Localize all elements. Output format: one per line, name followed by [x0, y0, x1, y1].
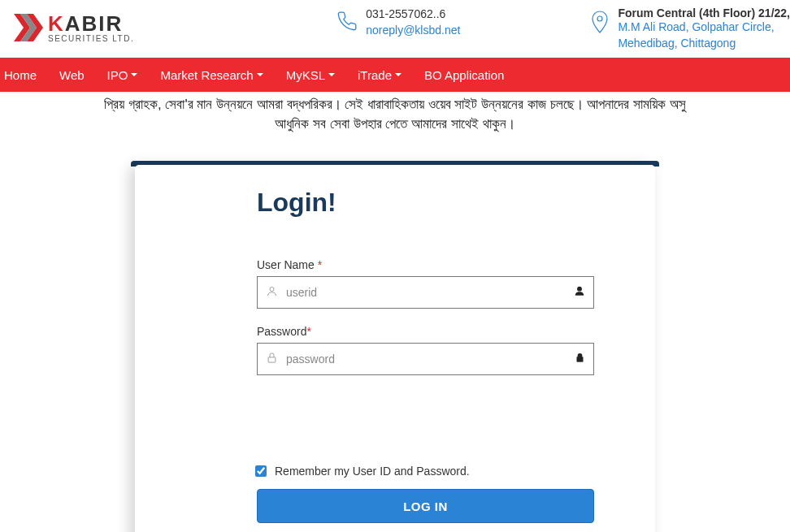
phone-icon — [336, 10, 358, 36]
phone-block: 031-2557062..6 noreply@klsbd.net — [336, 6, 460, 38]
username-label: User Name * — [257, 258, 594, 271]
banner-line2: আধুনিক সব সেবা উপহার পেতে আমাদের সাথেই থ… — [0, 116, 790, 141]
nav-market-research-label: Market Research — [160, 68, 253, 82]
required-marker: * — [318, 258, 322, 271]
login-container: Login! User Name * — [135, 161, 655, 532]
login-button[interactable]: LOG IN — [257, 489, 594, 523]
remember-row: Remember my User ID and Password. — [255, 465, 594, 478]
nav-ipo[interactable]: IPO — [96, 58, 150, 92]
logo-icon — [12, 11, 46, 45]
password-group: Password* — [257, 325, 594, 375]
password-input-wrapper[interactable] — [257, 343, 594, 375]
login-card: Login! User Name * — [135, 165, 655, 532]
remember-checkbox[interactable] — [255, 465, 267, 477]
svg-point-0 — [597, 16, 602, 21]
username-input-wrapper[interactable] — [257, 276, 594, 309]
phone-number: 031-2557062..6 — [366, 6, 460, 23]
nav-itrade[interactable]: iTrade — [346, 58, 413, 92]
username-input[interactable] — [286, 286, 574, 299]
user-solid-icon — [574, 285, 585, 300]
chevron-down-icon — [328, 73, 335, 76]
contact-section: 031-2557062..6 noreply@klsbd.net Forum C… — [336, 6, 790, 51]
chevron-down-icon — [395, 73, 402, 76]
nav-myksl[interactable]: MyKSL — [275, 58, 346, 92]
nav-itrade-label: iTrade — [358, 68, 392, 82]
remember-label: Remember my User ID and Password. — [275, 465, 470, 478]
nav-home[interactable]: Home — [0, 58, 48, 92]
logo-subtitle: SECURITIES LTD. — [48, 34, 134, 43]
address-block: Forum Central (4th Floor) 21/22, M.M Ali… — [590, 6, 790, 51]
lock-outline-icon — [266, 352, 278, 367]
svg-point-1 — [270, 287, 274, 291]
svg-point-2 — [577, 287, 582, 292]
password-label: Password* — [257, 325, 594, 338]
svg-rect-4 — [577, 357, 584, 361]
login-title: Login! — [257, 188, 594, 218]
chevron-down-icon — [257, 73, 263, 76]
logo-text: KABIR SECURITIES LTD. — [48, 13, 134, 43]
logo[interactable]: KABIR SECURITIES LTD. — [0, 6, 134, 45]
username-group: User Name * — [257, 258, 594, 309]
nav-web[interactable]: Web — [48, 58, 96, 92]
address-line1[interactable]: M.M Ali Road, Golpahar Circle, — [618, 19, 790, 36]
chevron-down-icon — [131, 73, 137, 76]
logo-letter: K — [48, 11, 65, 36]
nav-ipo-label: IPO — [107, 68, 128, 82]
banner-line1: প্রিয় গ্রাহক, সেবা'র মান উন্নয়নে আমরা … — [0, 92, 790, 116]
user-outline-icon — [266, 285, 278, 301]
password-input[interactable] — [286, 353, 575, 365]
logo-name: ABIR — [65, 11, 124, 36]
nav-myksl-label: MyKSL — [286, 68, 325, 82]
address-line2[interactable]: Mehedibag, Chittagong — [618, 36, 790, 52]
nav-bar: Home Web IPO Market Research MyKSL iTrad… — [0, 58, 790, 92]
lock-solid-icon — [575, 352, 585, 367]
top-header: KABIR SECURITIES LTD. 031-2557062..6 nor… — [0, 0, 790, 58]
address-title: Forum Central (4th Floor) 21/22, — [618, 6, 790, 19]
nav-market-research[interactable]: Market Research — [149, 58, 274, 92]
location-icon — [590, 10, 610, 39]
contact-email[interactable]: noreply@klsbd.net — [366, 23, 460, 39]
svg-rect-3 — [268, 357, 276, 362]
nav-bo-application[interactable]: BO Application — [413, 58, 515, 92]
required-marker: * — [306, 325, 310, 338]
